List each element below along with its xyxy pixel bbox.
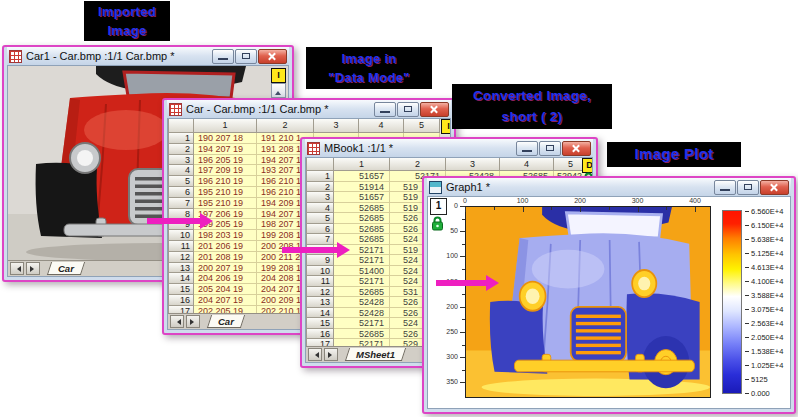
row-header[interactable]: 2 [307,182,334,193]
layer-1-button[interactable]: 1 [430,198,447,215]
column-header[interactable]: 1 [334,158,390,171]
close-button[interactable] [420,102,449,117]
close-button[interactable] [562,141,591,156]
tab-scroll-right-icon[interactable] [186,315,200,328]
maximize-button[interactable] [737,180,759,195]
sheet-tab-car[interactable]: Car [207,315,245,328]
data-cell[interactable]: 198 203 19 [194,230,257,241]
column-header[interactable]: 4 [359,119,404,133]
data-cell[interactable]: 200 207 19 [194,263,257,274]
data-cell[interactable]: 201 208 19 [194,252,257,263]
data-cell[interactable]: 195 210 19 [194,187,257,198]
data-cell[interactable]: 51657 [334,192,390,203]
column-header[interactable]: 2 [390,158,446,171]
row-header[interactable]: 4 [169,165,194,176]
row-header[interactable]: 12 [169,252,194,263]
row-header[interactable]: 3 [307,192,334,203]
car1-titlebar[interactable]: Car1 - Car.bmp :1/1 Car.bmp * [7,47,289,65]
colorbar-label: 1.538E+4 [745,347,783,356]
row-header[interactable]: 14 [169,273,194,284]
data-cell[interactable]: 197 209 19 [194,165,257,176]
data-cell[interactable]: 196 210 19 [194,176,257,187]
lock-icon[interactable] [431,216,444,231]
corner-cell[interactable] [169,119,194,133]
minimize-button[interactable] [212,49,234,64]
graph-titlebar[interactable]: Graph1 * [427,178,791,196]
data-cell[interactable]: 51400 [334,266,390,277]
column-header[interactable]: 3 [446,158,500,171]
row-header[interactable]: 4 [307,203,334,214]
row-header[interactable]: 1 [307,171,334,182]
data-cell[interactable]: 195 210 19 [194,198,257,209]
row-header[interactable]: 5 [307,213,334,224]
data-cell[interactable]: 204 207 19 [194,295,257,306]
row-header[interactable]: 14 [307,308,334,319]
row-header[interactable]: 15 [307,318,334,329]
column-header[interactable]: 5 [404,119,440,133]
row-header[interactable]: 3 [169,155,194,166]
row-header[interactable]: 15 [169,284,194,295]
data-cell[interactable]: 51914 [334,182,390,193]
column-header[interactable]: 1 [194,119,257,133]
minimize-button[interactable] [516,141,538,156]
data-cell[interactable]: 196 205 19 [194,155,257,166]
row-header[interactable]: 10 [307,266,334,277]
tab-scroll-right-icon[interactable] [26,262,40,275]
data-cell[interactable]: 52685 [334,287,390,298]
data-cell[interactable]: 204 206 19 [194,273,257,284]
tab-scroll-left-icon[interactable] [10,262,24,275]
mbook-titlebar[interactable]: MBook1 :1/1 * [305,139,593,157]
row-header[interactable]: 6 [307,224,334,235]
data-cell[interactable]: 52685 [334,329,390,340]
tab-scroll-left-icon[interactable] [308,348,322,361]
data-mode-icon[interactable]: D [582,158,593,173]
image-plot-area[interactable] [465,206,711,398]
row-header[interactable]: 16 [169,295,194,306]
tab-scroll-left-icon[interactable] [170,315,184,328]
minimize-button[interactable] [374,102,396,117]
data-cell[interactable]: 51657 [334,171,390,182]
data-cell[interactable]: 52171 [334,276,390,287]
row-header[interactable]: 13 [169,263,194,274]
row-header[interactable]: 7 [169,198,194,209]
column-header[interactable]: 2 [257,119,314,133]
x-tick [465,207,466,212]
maximize-button[interactable] [397,102,419,117]
column-header[interactable]: 3 [314,119,359,133]
row-header[interactable]: 11 [307,276,334,287]
corner-cell[interactable] [307,158,334,171]
data-cell[interactable]: 190 207 18 [194,133,257,144]
row-header[interactable]: 16 [307,329,334,340]
row-header[interactable]: 12 [307,287,334,298]
image-mode-icon[interactable]: I [441,119,451,134]
data-cell[interactable]: 205 204 19 [194,284,257,295]
row-header[interactable]: 5 [169,176,194,187]
close-button[interactable] [760,180,789,195]
tab-scroll-right-icon[interactable] [324,348,338,361]
column-header[interactable]: 4 [500,158,554,171]
data-cell[interactable]: 52171 [334,318,390,329]
data-cell[interactable]: 52685 [334,224,390,235]
sheet-tab-car[interactable]: Car [47,262,85,275]
color-scale-bar[interactable] [722,210,742,394]
maximize-button[interactable] [539,141,561,156]
data-cell[interactable]: 194 207 19 [194,144,257,155]
car-titlebar[interactable]: Car - Car.bmp :1/1 Car.bmp * [167,100,451,118]
close-button[interactable] [258,49,287,64]
image-mode-icon[interactable]: I [271,68,286,83]
row-header[interactable]: 2 [169,144,194,155]
data-cell[interactable]: 201 206 19 [194,241,257,252]
data-cell[interactable]: 52428 [334,308,390,319]
data-cell[interactable]: 52685 [334,203,390,214]
row-header[interactable]: 6 [169,187,194,198]
minimize-button[interactable] [714,180,736,195]
row-header[interactable]: 1 [169,133,194,144]
sheet-tab-msheet1[interactable]: MSheet1 [345,348,406,361]
data-cell[interactable]: 52428 [334,297,390,308]
row-header[interactable]: 11 [169,241,194,252]
scroll-up-icon[interactable] [271,83,286,98]
maximize-button[interactable] [235,49,257,64]
row-header[interactable]: 13 [307,297,334,308]
row-header[interactable]: 10 [169,230,194,241]
data-cell[interactable]: 52685 [334,213,390,224]
